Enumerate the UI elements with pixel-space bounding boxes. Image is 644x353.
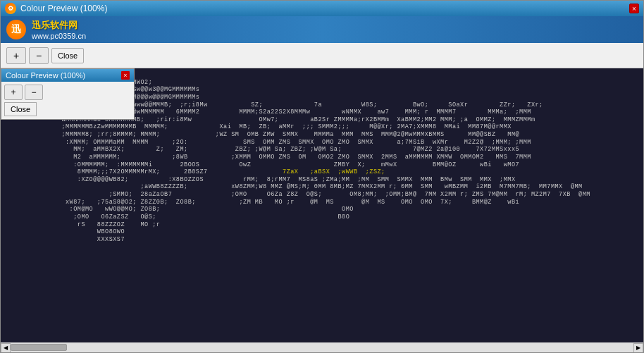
floating-content: + − Close	[1, 82, 134, 119]
ascii-line: M2 aMMMMMM; ;8WB ;XMMM OMMO ZMS OM OMO2 …	[30, 154, 531, 161]
title-bar-left: ⚙ Colour Preview (100%)	[5, 3, 107, 14]
content-area: Colour Preview (100%) × + − Close ;2OwMM…	[1, 68, 643, 352]
floating-zoom-in-button[interactable]: +	[4, 85, 23, 100]
site-name: 迅乐软件网	[32, 19, 86, 32]
ascii-line: ;SMMO; 28aZaOB7 ;OMO O6Za Z8Z O@S; OM8;M…	[30, 191, 590, 198]
close-button[interactable]: Close	[51, 48, 84, 63]
floating-toolbar: + −	[4, 85, 131, 100]
zoom-out-button[interactable]: −	[29, 47, 49, 64]
window-close-button[interactable]: ×	[629, 4, 639, 13]
ascii-line: XXXSXS7	[30, 236, 125, 243]
scrollbar-track[interactable]	[11, 343, 633, 352]
ascii-line: ;MMMMM8; ;rr;8MMMM; MMMM; ;WZ SM OMB ZMW…	[30, 131, 520, 138]
ascii-line: ;OMO O6ZaZSZ O@S; B8O	[30, 213, 350, 221]
ascii-line: xW87; ;75aS8@O2; Z8ZZ0B; ZO8B; ;ZM MB MO…	[30, 199, 520, 206]
ascii-line: rS 88ZZZOZ MO ;r	[30, 221, 161, 228]
ascii-line: ;aWWB8ZZZZB; xW8ZMM;W8 MMZ @MS;M; 0MM 8M…	[30, 183, 583, 190]
floating-close-btn[interactable]: Close	[4, 102, 37, 116]
ascii-line: WBO8OWO	[30, 228, 125, 235]
ascii-line: MM; aMMBX2X; Z; ZM; ZBZ; ;W@M Sa; ZBZ; ;…	[30, 146, 520, 153]
floating-title-text: Colour Preview (100%)	[6, 71, 85, 80]
zoom-in-button[interactable]: +	[6, 47, 26, 64]
site-url: www.pc0359.cn	[32, 32, 86, 40]
scrollbar-thumb[interactable]	[11, 344, 67, 351]
window-title: Colour Preview (100%)	[20, 4, 107, 13]
ascii-line: :XZO@@@@WB82; :X8BOZZOS rMM; 8;rMM7 MS8a…	[30, 176, 516, 183]
floating-close-button[interactable]: ×	[121, 71, 130, 80]
floating-zoom-out-button[interactable]: −	[25, 85, 43, 100]
ascii-line: :OMMMMMM; :MMMMMMMi 2BOOS OwZ ZMBY X; mM…	[30, 161, 520, 168]
main-window: ⚙ Colour Preview (100%) × 迅 迅乐软件网 www.pc…	[0, 0, 644, 353]
ascii-line: :OM@MO wWO@@MO; ZO8B; OMO	[30, 206, 354, 213]
title-bar: ⚙ Colour Preview (100%) ×	[1, 1, 643, 16]
scroll-right-button[interactable]: ▶	[633, 343, 643, 353]
app-icon: ⚙	[5, 3, 16, 14]
scroll-left-button[interactable]: ◀	[1, 343, 11, 353]
floating-panel: Colour Preview (100%) × + − Close	[1, 68, 135, 120]
floating-panel-title: Colour Preview (100%) ×	[1, 69, 134, 82]
logo: 迅	[6, 20, 26, 39]
horizontal-scrollbar[interactable]: ◀ ▶	[1, 342, 643, 352]
ascii-line: ;MMMMMMBzZwMMMMMMMB MMMMM; Xai MB; ZB; a…	[30, 123, 512, 130]
watermark-bar: 迅 迅乐软件网 www.pc0359.cn	[1, 16, 643, 43]
ascii-line: 8MMMM;;;7X2OMMMMMrMX; 2B0SZ7 7ZaX ;aBSX …	[30, 168, 385, 175]
logo-circle: 迅	[6, 20, 26, 39]
ascii-line: :XMMM; OMMMMaMM MMMM ;2O: SMS OMM ZMS SM…	[30, 139, 531, 146]
main-toolbar: + − Close	[1, 43, 643, 68]
